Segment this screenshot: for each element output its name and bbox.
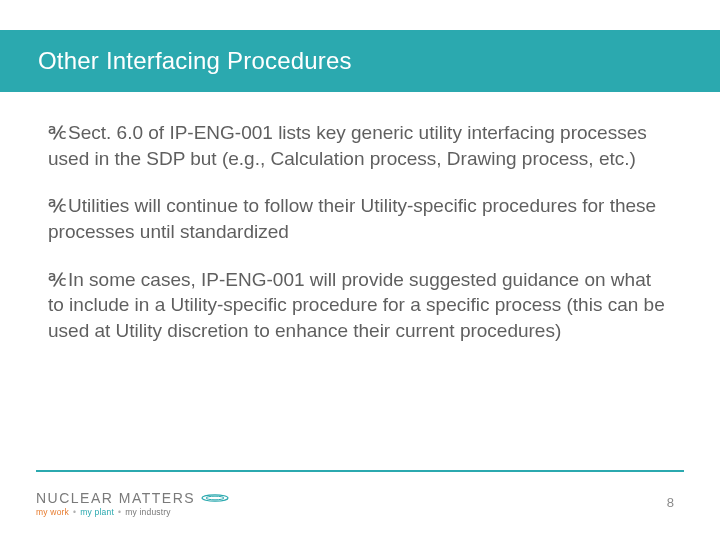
logo-tagline: my work•my plant•my industry: [36, 508, 229, 517]
tag-work: my work: [36, 507, 69, 517]
bullet-text: Utilities will continue to follow their …: [48, 195, 656, 242]
bullet-text: Sect. 6.0 of IP-ENG-001 lists key generi…: [48, 122, 647, 169]
page-number: 8: [667, 495, 674, 510]
title-bar: Other Interfacing Procedures: [0, 30, 720, 92]
logo-top-row: NUCLEAR MATTERS: [36, 491, 229, 505]
swoosh-icon: [201, 493, 229, 503]
bullet-item: ℀Utilities will continue to follow their…: [48, 193, 668, 244]
logo-text: NUCLEAR MATTERS: [36, 491, 195, 505]
tag-industry: my industry: [125, 507, 171, 517]
tag-dot: •: [73, 507, 76, 517]
footer-logo: NUCLEAR MATTERS my work•my plant•my indu…: [36, 491, 229, 517]
tag-plant: my plant: [80, 507, 114, 517]
bullet-swirl-icon: ℀: [48, 196, 66, 216]
svg-point-1: [206, 496, 224, 500]
footer-divider: [36, 470, 684, 472]
bullet-item: ℀In some cases, IP-ENG-001 will provide …: [48, 267, 668, 344]
slide-title: Other Interfacing Procedures: [38, 47, 352, 75]
body-content: ℀Sect. 6.0 of IP-ENG-001 lists key gener…: [48, 120, 668, 365]
bullet-text: In some cases, IP-ENG-001 will provide s…: [48, 269, 665, 341]
bullet-swirl-icon: ℀: [48, 123, 66, 143]
bullet-swirl-icon: ℀: [48, 270, 66, 290]
bullet-item: ℀Sect. 6.0 of IP-ENG-001 lists key gener…: [48, 120, 668, 171]
slide: Other Interfacing Procedures ℀Sect. 6.0 …: [0, 0, 720, 540]
tag-dot: •: [118, 507, 121, 517]
